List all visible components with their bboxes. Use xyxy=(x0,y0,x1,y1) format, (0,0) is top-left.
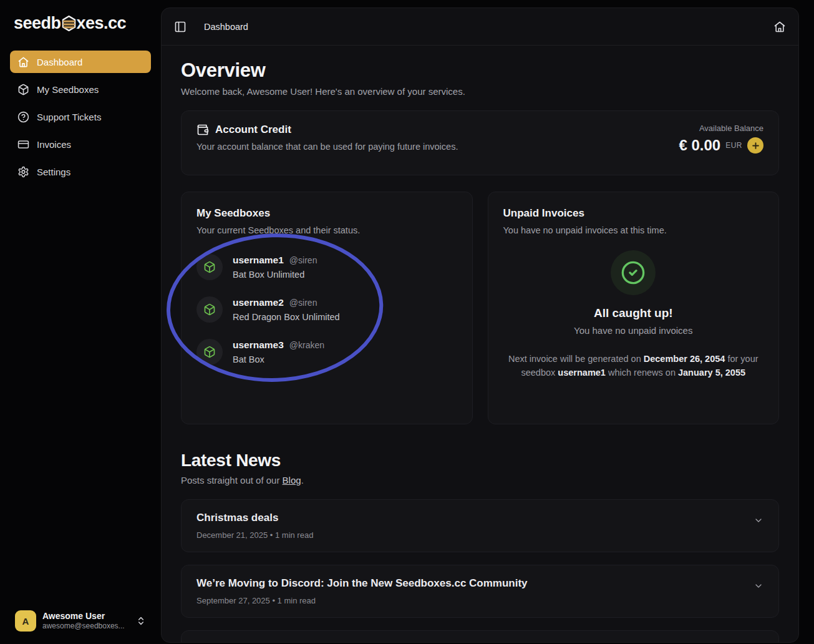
unpaid-invoices-card: Unpaid Invoices You have no unpaid invoi… xyxy=(488,192,780,424)
sidebar-item-settings[interactable]: Settings xyxy=(10,160,151,183)
breadcrumb: Dashboard xyxy=(204,22,248,32)
wallet-icon xyxy=(196,124,209,136)
news-subtitle-suffix: . xyxy=(301,475,304,485)
sidebar-item-label: My Seedboxes xyxy=(37,84,99,95)
sidebar-item-support-tickets[interactable]: Support Tickets xyxy=(10,105,151,128)
chevron-down-icon[interactable] xyxy=(753,515,763,525)
seedbox-handle: @siren xyxy=(289,298,317,308)
news-list: Christmas deals December 21, 2025 • 1 mi… xyxy=(181,499,779,643)
brand-logo: seedb xes.cc xyxy=(0,0,161,44)
balance-label: Available Balance xyxy=(679,124,763,133)
topbar: Dashboard xyxy=(162,8,798,46)
main-content: Dashboard Overview Welcome back, Awesome… xyxy=(161,7,799,643)
seedbox-list-item[interactable]: username3 @kraken Bat Box xyxy=(196,339,457,365)
news-item-title: Christmas deals xyxy=(196,512,313,524)
sidebar: seedb xes.cc Dashboard xyxy=(0,0,161,644)
news-item-body: Christmas deals December 21, 2025 • 1 mi… xyxy=(196,512,313,540)
account-credit-title: Account Credit xyxy=(215,124,291,136)
news-item[interactable]: Christmas deals December 21, 2025 • 1 mi… xyxy=(181,499,779,552)
logo-text-suffix: xes.cc xyxy=(77,14,127,33)
unpaid-invoices-subtitle: You have no unpaid invoices at this time… xyxy=(503,225,764,235)
gear-icon xyxy=(17,166,29,178)
box-icon xyxy=(17,84,29,95)
sidebar-nav: Dashboard My Seedboxes Support Tickets I… xyxy=(0,44,161,183)
chevron-down-icon[interactable] xyxy=(753,581,763,591)
blog-link[interactable]: Blog xyxy=(283,475,301,485)
status-title: All caught up! xyxy=(594,306,673,320)
next-invoice-prefix: Next invoice will be generated on xyxy=(508,354,644,364)
box-icon xyxy=(196,339,223,365)
latest-news-subtitle: Posts straight out of our Blog. xyxy=(181,475,779,485)
seedbox-handle: @kraken xyxy=(289,340,324,350)
seedbox-username: username1 xyxy=(233,255,284,266)
seedbox-username: username2 xyxy=(233,297,284,308)
my-seedboxes-card: My Seedboxes Your current Seedboxes and … xyxy=(181,192,473,424)
seedbox-username: username3 xyxy=(233,339,284,351)
balance-amount: € 0.00 xyxy=(679,137,720,154)
user-meta: Awesome User awesome@seedboxes... xyxy=(42,611,130,631)
next-invoice-text: Next invoice will be generated on Decemb… xyxy=(503,352,764,380)
news-subtitle-prefix: Posts straight out of our xyxy=(181,475,283,485)
sidebar-item-label: Invoices xyxy=(37,139,71,150)
account-credit-description: Your account balance that can be used fo… xyxy=(196,142,458,152)
chevrons-up-down-icon xyxy=(136,616,146,626)
my-seedboxes-title: My Seedboxes xyxy=(196,207,457,220)
box-icon xyxy=(196,254,223,280)
add-credit-button[interactable] xyxy=(747,137,763,154)
unpaid-invoices-status: All caught up! You have no unpaid invoic… xyxy=(503,250,764,380)
check-circle-icon xyxy=(611,250,656,295)
account-credit-left: Account Credit Your account balance that… xyxy=(196,124,458,152)
avatar: A xyxy=(15,610,36,632)
news-item-meta: December 21, 2025 • 1 min read xyxy=(196,530,313,540)
user-email: awesome@seedboxes... xyxy=(42,622,130,632)
box-icon xyxy=(196,296,223,323)
seedbox-list: username1 @siren Bat Box Unlimited xyxy=(196,254,457,365)
cards-grid: My Seedboxes Your current Seedboxes and … xyxy=(181,192,779,424)
sidebar-spacer xyxy=(0,183,161,600)
next-invoice-renew-date: January 5, 2055 xyxy=(678,368,745,378)
sidebar-toggle-button[interactable] xyxy=(174,21,187,33)
logo-text-prefix: seedb xyxy=(14,14,61,33)
seedbox-list-item[interactable]: username2 @siren Red Dragon Box Unlimite… xyxy=(196,296,457,323)
sidebar-item-label: Support Tickets xyxy=(37,112,101,122)
my-seedboxes-subtitle: Your current Seedboxes and their status. xyxy=(196,225,457,235)
balance-currency: EUR xyxy=(725,141,742,150)
seedbox-plan: Bat Box Unlimited xyxy=(233,270,317,280)
help-circle-icon xyxy=(17,111,29,123)
news-item[interactable]: We’re Moving to Discord: Join the New Se… xyxy=(181,565,779,618)
news-item[interactable]: Automatic payments via credit cards Marc… xyxy=(181,630,779,643)
next-invoice-date: December 26, 2054 xyxy=(644,354,725,364)
account-credit-card: Account Credit Your account balance that… xyxy=(181,110,779,175)
status-subtitle: You have no unpaid invoices xyxy=(574,325,692,336)
sidebar-item-dashboard[interactable]: Dashboard xyxy=(10,51,151,73)
brand-logo-text: seedb xes.cc xyxy=(14,14,126,33)
news-item-body: We’re Moving to Discord: Join the New Se… xyxy=(196,577,528,605)
account-credit-balance: Available Balance € 0.00 EUR xyxy=(679,124,763,154)
seedbox-list-item[interactable]: username1 @siren Bat Box Unlimited xyxy=(196,254,457,280)
seedbox-plan: Bat Box xyxy=(233,354,324,364)
dashboard-content: Overview Welcome back, Awesome User! Her… xyxy=(162,46,798,643)
news-item-meta: September 27, 2025 • 1 min read xyxy=(196,596,528,605)
home-button[interactable] xyxy=(773,21,786,33)
next-invoice-middle2: which renews on xyxy=(606,368,678,378)
home-icon xyxy=(17,56,29,68)
credit-card-icon xyxy=(17,139,29,150)
bee-hexagon-icon xyxy=(62,16,76,31)
user-name: Awesome User xyxy=(42,611,130,622)
sidebar-item-label: Dashboard xyxy=(37,57,82,67)
seedbox-plan: Red Dragon Box Unlimited xyxy=(233,312,340,322)
page-title: Overview xyxy=(181,59,779,82)
sidebar-item-invoices[interactable]: Invoices xyxy=(10,133,151,155)
next-invoice-seedbox: username1 xyxy=(558,368,606,378)
unpaid-invoices-title: Unpaid Invoices xyxy=(503,207,764,220)
user-menu-button[interactable]: A Awesome User awesome@seedboxes... xyxy=(10,607,151,635)
page-subtitle: Welcome back, Awesome User! Here's an ov… xyxy=(181,86,779,97)
seedbox-handle: @siren xyxy=(289,255,317,265)
news-item-title: We’re Moving to Discord: Join the New Se… xyxy=(196,577,528,590)
latest-news-title: Latest News xyxy=(181,451,779,471)
sidebar-item-my-seedboxes[interactable]: My Seedboxes xyxy=(10,78,151,100)
sidebar-item-label: Settings xyxy=(37,167,70,177)
